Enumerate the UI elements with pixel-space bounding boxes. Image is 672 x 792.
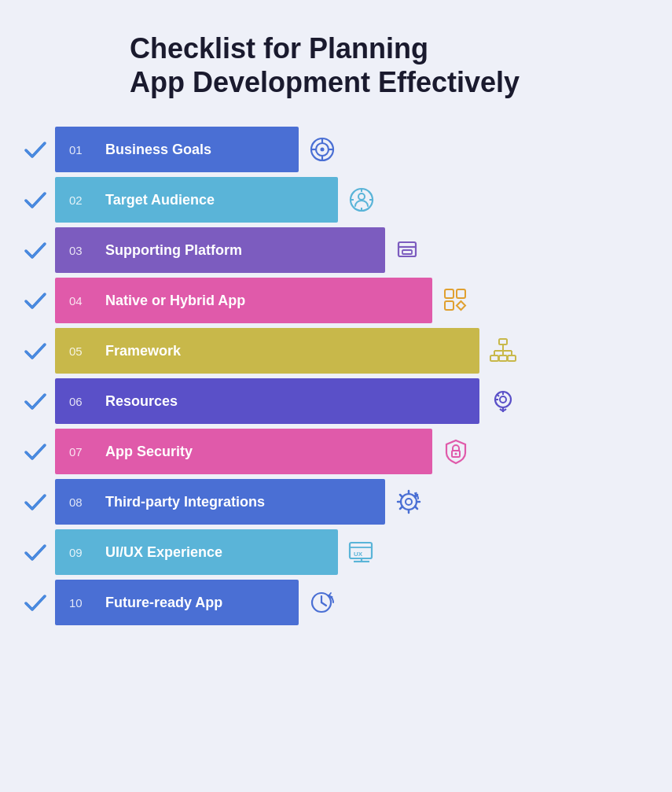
svg-rect-18 [457, 289, 465, 298]
check-icon [16, 238, 55, 263]
svg-point-36 [401, 494, 417, 510]
list-item: 07App Security [16, 429, 656, 474]
svg-text:UX: UX [354, 551, 363, 558]
list-item: 10Future-ready App [16, 580, 656, 625]
check-icon [16, 187, 55, 212]
item-bar: 08Third-party Integrations [55, 479, 385, 525]
item-icon [391, 484, 426, 519]
check-icon [16, 590, 55, 615]
item-number: 01 [69, 143, 91, 157]
list-item: 02Target Audience [16, 177, 656, 223]
svg-point-35 [455, 453, 457, 455]
svg-rect-15 [402, 250, 412, 254]
list-item: 04Native or Hybrid App [16, 278, 656, 323]
item-bar: 10Future-ready App [55, 580, 299, 625]
item-icon [439, 283, 473, 318]
item-number: 08 [69, 495, 91, 509]
item-number: 02 [69, 193, 91, 207]
item-bar: 05Framework [55, 328, 479, 374]
item-bar: 04Native or Hybrid App [55, 278, 432, 323]
item-number: 03 [69, 244, 91, 257]
item-label: Supporting Platform [105, 242, 242, 259]
check-icon [16, 389, 55, 414]
svg-rect-22 [508, 355, 516, 361]
item-bar: 09UI/UX Experience UX [55, 529, 338, 575]
list-item: 05Framework [16, 328, 656, 374]
svg-line-45 [321, 602, 326, 606]
item-bar: 06Resources [55, 378, 479, 424]
svg-rect-21 [499, 355, 507, 361]
item-number: 10 [69, 596, 91, 610]
item-icon [486, 333, 520, 368]
item-label: Future-ready App [105, 595, 222, 611]
item-bar: 07App Security [55, 429, 432, 474]
svg-rect-20 [490, 355, 498, 361]
list-item: 03Supporting Platform [16, 227, 656, 273]
item-label: Target Audience [105, 192, 215, 208]
svg-point-2 [321, 148, 325, 152]
item-number: 06 [69, 395, 91, 408]
list-item: 06Resources [16, 378, 656, 424]
list-item: 09UI/UX Experience UX [16, 529, 656, 575]
check-icon [16, 338, 55, 363]
item-icon [344, 182, 379, 217]
item-icon [486, 384, 520, 418]
check-icon [16, 288, 55, 313]
item-icon [305, 132, 340, 167]
item-bar: 03Supporting Platform [55, 227, 385, 273]
item-label: Framework [105, 343, 181, 359]
item-number: 09 [69, 546, 91, 559]
main-container: Checklist for Planning App Development E… [0, 0, 672, 792]
svg-rect-19 [499, 339, 507, 344]
item-number: 04 [69, 294, 91, 308]
item-icon [305, 585, 340, 620]
svg-point-37 [406, 499, 412, 505]
page-title: Checklist for Planning App Development E… [130, 31, 656, 99]
check-icon [16, 439, 55, 464]
item-icon [439, 434, 473, 469]
item-number: 05 [69, 344, 91, 358]
item-label: App Security [105, 444, 193, 460]
svg-point-29 [500, 396, 506, 403]
item-number: 07 [69, 445, 91, 459]
item-label: Third-party Integrations [105, 494, 265, 510]
list-item: 01Business Goals [16, 127, 656, 172]
check-icon [16, 540, 55, 565]
svg-rect-17 [445, 301, 454, 310]
checklist: 01Business Goals 02Target Audience 03Sup… [16, 127, 656, 625]
svg-line-32 [497, 394, 499, 396]
item-label: Resources [105, 393, 178, 410]
item-label: Native or Hybrid App [105, 293, 245, 309]
item-icon [391, 233, 426, 267]
item-label: UI/UX Experience [105, 544, 222, 561]
check-icon [16, 489, 55, 514]
svg-point-8 [358, 193, 365, 200]
item-bar: 02Target Audience [55, 177, 338, 223]
item-bar: 01Business Goals [55, 127, 299, 172]
list-item: 08Third-party Integrations [16, 479, 656, 525]
item-label: Business Goals [105, 142, 211, 158]
svg-rect-16 [445, 289, 454, 298]
item-icon: UX [344, 535, 379, 569]
check-icon [16, 137, 55, 162]
